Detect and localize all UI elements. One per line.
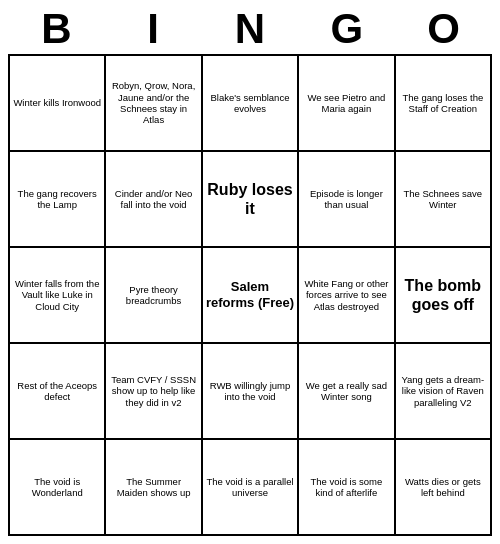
bingo-cell-11[interactable]: Pyre theory breadcrumbs [106,248,202,344]
bingo-cell-5[interactable]: The gang recovers the Lamp [10,152,106,248]
bingo-cell-6[interactable]: Cinder and/or Neo fall into the void [106,152,202,248]
letter-g: G [307,8,387,50]
bingo-cell-19[interactable]: Yang gets a dream-like vision of Raven p… [396,344,492,440]
bingo-cell-20[interactable]: The void is Wonderland [10,440,106,536]
bingo-title: B I N G O [8,8,492,50]
bingo-cell-14[interactable]: The bomb goes off [396,248,492,344]
bingo-cell-24[interactable]: Watts dies or gets left behind [396,440,492,536]
bingo-cell-13[interactable]: White Fang or other forces arrive to see… [299,248,395,344]
bingo-cell-3[interactable]: We see Pietro and Maria again [299,56,395,152]
letter-b: B [16,8,96,50]
bingo-cell-0[interactable]: Winter kills Ironwood [10,56,106,152]
bingo-cell-9[interactable]: The Schnees save Winter [396,152,492,248]
bingo-cell-21[interactable]: The Summer Maiden shows up [106,440,202,536]
bingo-cell-12[interactable]: Salem reforms (Free) [203,248,299,344]
bingo-cell-4[interactable]: The gang loses the Staff of Creation [396,56,492,152]
bingo-cell-15[interactable]: Rest of the Aceops defect [10,344,106,440]
letter-i: I [113,8,193,50]
bingo-cell-7[interactable]: Ruby loses it [203,152,299,248]
bingo-cell-8[interactable]: Episode is longer than usual [299,152,395,248]
bingo-cell-10[interactable]: Winter falls from the Vault like Luke in… [10,248,106,344]
bingo-cell-23[interactable]: The void is some kind of afterlife [299,440,395,536]
bingo-cell-22[interactable]: The void is a parallel universe [203,440,299,536]
letter-n: N [210,8,290,50]
bingo-cell-16[interactable]: Team CVFY / SSSN show up to help like th… [106,344,202,440]
bingo-cell-2[interactable]: Blake's semblance evolves [203,56,299,152]
bingo-cell-18[interactable]: We get a really sad Winter song [299,344,395,440]
letter-o: O [404,8,484,50]
bingo-cell-1[interactable]: Robyn, Qrow, Nora, Jaune and/or the Schn… [106,56,202,152]
bingo-cell-17[interactable]: RWB willingly jump into the void [203,344,299,440]
bingo-grid: Winter kills IronwoodRobyn, Qrow, Nora, … [8,54,492,536]
